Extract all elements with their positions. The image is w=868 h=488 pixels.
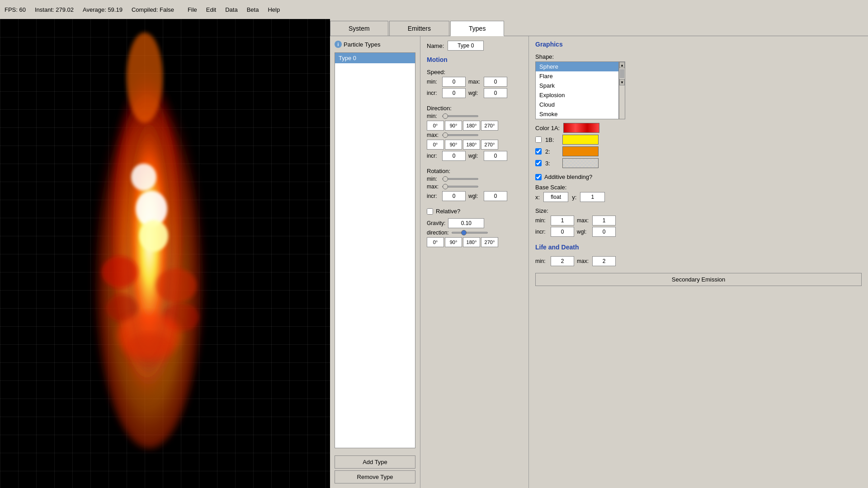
average-label: Average: 59.19 [83, 6, 123, 13]
shape-scroll-up[interactable]: ▲ [619, 62, 625, 68]
dir-max-angle-180[interactable]: 180° [463, 140, 480, 150]
svg-point-3 [127, 33, 163, 123]
color3-row: 3: [535, 158, 862, 168]
shape-scrollbar[interactable]: ▲ ▼ [619, 61, 625, 119]
shape-smoke[interactable]: Smoke [536, 109, 618, 119]
additive-checkbox[interactable] [535, 174, 542, 180]
relative-row: Relative? [427, 208, 522, 215]
relative-checkbox[interactable] [427, 208, 433, 215]
dir-incr-input[interactable] [442, 151, 466, 161]
dir-min-angle-0[interactable]: 0° [427, 121, 444, 131]
grav-dir-slider[interactable] [452, 232, 488, 234]
dir-min-angles: 0° 90° 180° 270° [427, 121, 522, 131]
color1a-row: Color 1A: [535, 123, 862, 133]
secondary-emission-button[interactable]: Secondary Emission [535, 273, 862, 286]
grav-angle-0[interactable]: 0° [427, 237, 444, 247]
svg-point-8 [156, 268, 197, 303]
color1b-swatch[interactable] [562, 135, 599, 145]
tab-emitters[interactable]: Emitters [389, 21, 449, 36]
size-incr-input[interactable] [551, 227, 574, 237]
shape-list: Sphere Flare Spark Explosion Cloud Smoke [535, 61, 619, 119]
menu-data[interactable]: Data [225, 6, 237, 13]
color3-swatch[interactable] [562, 158, 599, 168]
dir-max-thumb[interactable] [443, 132, 448, 138]
dir-min-slider-row: min: [427, 113, 522, 119]
size-min-input[interactable] [551, 216, 574, 225]
dir-max-angle-270[interactable]: 270° [481, 140, 498, 150]
grav-angle-90[interactable]: 90° [445, 237, 462, 247]
scale-x-label: x: [535, 194, 540, 201]
rot-min-thumb[interactable] [443, 176, 448, 182]
compiled-label: Compiled: False [132, 6, 174, 13]
panel-content: i Particle Types Type 0 Add Type Remove … [330, 36, 868, 488]
size-max-input[interactable] [592, 216, 616, 225]
rot-max-slider[interactable] [442, 186, 478, 188]
grav-dir-label: direction: [427, 230, 449, 236]
gravity-input[interactable] [448, 218, 484, 228]
dir-min-slider[interactable] [442, 115, 478, 117]
rot-min-slider[interactable] [442, 178, 478, 180]
shape-scroll-down[interactable]: ▼ [619, 79, 625, 85]
dir-incr-label: incr: [427, 153, 439, 159]
menu-bar: File Edit Data Beta Help [188, 6, 280, 13]
color1a-swatch[interactable] [563, 123, 599, 133]
shape-row: Shape: Sphere Flare Spark Explosion Clou… [535, 53, 862, 119]
dir-max-slider[interactable] [442, 134, 478, 136]
grav-angle-270[interactable]: 270° [481, 237, 498, 247]
size-wgl-input[interactable] [592, 227, 616, 237]
color2-checkbox[interactable] [535, 148, 542, 155]
shape-scroll-thumb[interactable] [620, 69, 624, 78]
color1b-checkbox[interactable] [535, 136, 542, 143]
shape-flare[interactable]: Flare [536, 71, 618, 81]
speed-wgl-input[interactable] [484, 88, 507, 98]
menu-help[interactable]: Help [268, 6, 280, 13]
shape-label: Shape: [535, 53, 554, 60]
dir-min-angle-270[interactable]: 270° [481, 121, 498, 131]
base-scale-label: Base Scale: [535, 184, 862, 191]
type-buttons: Add Type Remove Type [335, 451, 415, 483]
dir-min-angle-180[interactable]: 180° [463, 121, 480, 131]
base-scale-row: x: y: [535, 192, 862, 202]
shape-cloud[interactable]: Cloud [536, 100, 618, 109]
scale-x-input[interactable] [543, 192, 568, 202]
scale-y-input[interactable] [580, 192, 605, 202]
type-item-0[interactable]: Type 0 [335, 53, 415, 63]
remove-type-button[interactable]: Remove Type [335, 470, 415, 483]
menu-file[interactable]: File [188, 6, 197, 13]
add-type-button[interactable]: Add Type [335, 455, 415, 469]
grav-angle-180[interactable]: 180° [463, 237, 480, 247]
dir-max-angle-0[interactable]: 0° [427, 140, 444, 150]
gravity-label: Gravity: [427, 220, 445, 226]
menu-beta[interactable]: Beta [247, 6, 259, 13]
dir-min-angle-90[interactable]: 90° [445, 121, 462, 131]
menu-edit[interactable]: Edit [206, 6, 216, 13]
shape-spark[interactable]: Spark [536, 81, 618, 90]
rot-incr-input[interactable] [442, 191, 466, 201]
tab-types[interactable]: Types [450, 21, 504, 36]
dir-max-label: max: [427, 132, 439, 138]
shape-sphere[interactable]: Sphere [536, 62, 618, 71]
color2-swatch[interactable] [562, 146, 599, 156]
dir-max-angle-90[interactable]: 90° [445, 140, 462, 150]
name-input[interactable] [448, 41, 484, 51]
base-scale-group: Base Scale: x: y: [535, 184, 862, 202]
speed-min-input[interactable] [442, 77, 466, 87]
size-group: Size: min: max: incr: wgl: [535, 207, 862, 238]
shape-explosion[interactable]: Explosion [536, 90, 618, 100]
particle-types-header: i Particle Types [335, 41, 415, 48]
life-max-input[interactable] [592, 256, 616, 266]
speed-max-input[interactable] [484, 77, 507, 87]
rot-max-thumb[interactable] [443, 184, 448, 189]
life-max-label: max: [577, 258, 590, 264]
grav-dir-thumb[interactable] [461, 230, 467, 235]
speed-incr-input[interactable] [442, 88, 466, 98]
life-min-input[interactable] [551, 256, 574, 266]
tab-system[interactable]: System [330, 21, 388, 36]
dir-min-thumb[interactable] [443, 113, 448, 119]
rot-wgl-input[interactable] [484, 191, 507, 201]
right-panel: System Emitters Types i Particle Types T… [330, 19, 868, 488]
dir-wgl-input[interactable] [484, 151, 507, 161]
color3-checkbox[interactable] [535, 160, 542, 166]
rot-max-slider-row: max: [427, 183, 522, 190]
flame-visualization [0, 19, 330, 488]
